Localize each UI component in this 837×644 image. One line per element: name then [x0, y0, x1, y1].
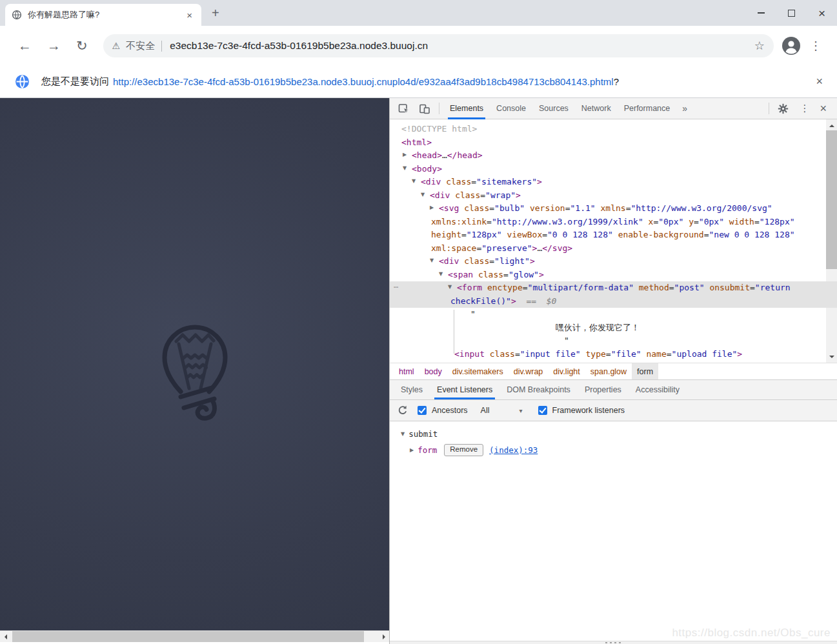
vertical-scrollbar-thumb[interactable]: [826, 130, 837, 269]
security-label[interactable]: 不安全: [126, 40, 155, 52]
collapse-arrow-icon[interactable]: ▼: [403, 162, 407, 176]
tab-close-icon[interactable]: ×: [184, 9, 195, 21]
sidebar-tab-accessibility[interactable]: Accessibility: [629, 380, 687, 399]
collapse-arrow-icon[interactable]: ▼: [430, 255, 434, 268]
refresh-icon[interactable]: [396, 405, 412, 416]
code-line[interactable]: ⋯▼<form enctype="multipart/form-data" me…: [390, 281, 837, 295]
sidebar-tab-styles[interactable]: Styles: [394, 380, 430, 399]
toolbar-divider: [769, 103, 769, 114]
address-bar[interactable]: ⚠ 不安全 e3ecb13e-7c3e-4fcd-a53b-01619b5be2…: [103, 34, 774, 57]
infobar-globe-icon: [15, 75, 29, 88]
collapse-arrow-icon[interactable]: ▼: [412, 176, 416, 189]
code-line[interactable]: <!DOCTYPE html>: [390, 123, 826, 136]
bookmark-star-icon[interactable]: ☆: [754, 39, 765, 53]
code-line[interactable]: ▶<svg class="bulb" version="1.1" xmlns="…: [390, 202, 826, 216]
reload-button[interactable]: ↻: [68, 38, 96, 54]
infobar: 您是不是要访问 http://e3ecb13e-7c3e-4fcd-a53b-0…: [0, 66, 837, 98]
breadcrumb-form[interactable]: form: [632, 363, 658, 379]
tab-favicon-globe-icon: [12, 10, 22, 20]
code-line[interactable]: ": [390, 308, 826, 321]
code-line[interactable]: ▶<head>…</head>: [390, 149, 826, 163]
close-window-button[interactable]: ×: [807, 0, 837, 26]
profile-avatar-icon[interactable]: [782, 36, 801, 55]
close-icon: ×: [818, 7, 825, 19]
code-line[interactable]: 嘿伙计，你发现它了！: [390, 321, 826, 335]
devtools-close-icon[interactable]: ×: [816, 102, 833, 116]
code-line[interactable]: ▼<div class="wrap">: [390, 189, 826, 203]
new-tab-button[interactable]: +: [212, 6, 219, 21]
devtools-tab-performance[interactable]: Performance: [618, 98, 677, 119]
devtools-tab-elements[interactable]: Elements: [443, 98, 490, 119]
sidebar-tab-dom-breakpoints[interactable]: DOM Breakpoints: [499, 380, 578, 399]
devtools-tab-sources[interactable]: Sources: [532, 98, 575, 119]
event-listeners-toolbar: Ancestors All ▾ Framework listeners: [390, 400, 837, 421]
settings-gear-icon[interactable]: [773, 103, 793, 114]
listener-event-row[interactable]: ▼ submit: [390, 427, 837, 441]
listener-handler-row[interactable]: ▶ form Remove (index):93: [390, 443, 837, 457]
code-line[interactable]: xmlns:xlink="http://www.w3.org/1999/xlin…: [390, 216, 826, 229]
code-line[interactable]: ": [390, 334, 826, 348]
listener-source-link[interactable]: (index):93: [489, 445, 538, 455]
scroll-up-arrow[interactable]: [826, 121, 837, 130]
inspect-element-icon[interactable]: [394, 103, 414, 114]
horizontal-scrollbar[interactable]: [0, 630, 389, 642]
breadcrumb-html[interactable]: html: [394, 363, 419, 379]
code-line[interactable]: ▼<div class="light">: [390, 255, 826, 268]
sidebar-tab-event-listeners[interactable]: Event Listeners: [430, 380, 499, 399]
expand-arrow-icon[interactable]: ▶: [430, 202, 434, 216]
collapse-arrow-icon[interactable]: ▼: [448, 281, 452, 295]
scroll-down-arrow[interactable]: [826, 352, 837, 361]
more-tabs-icon[interactable]: »: [676, 103, 693, 114]
devtools-tab-network[interactable]: Network: [575, 98, 618, 119]
event-filter-select[interactable]: All: [481, 406, 490, 415]
code-line[interactable]: ▼<span class="glow">: [390, 268, 826, 282]
infobar-close-icon[interactable]: ×: [808, 75, 831, 88]
node-options-dots-icon[interactable]: ⋯: [394, 281, 399, 294]
sidebar-tab-properties[interactable]: Properties: [578, 380, 629, 399]
code-line[interactable]: <input class="input file" type="file" na…: [390, 348, 826, 361]
resize-grip[interactable]: [605, 642, 622, 643]
ancestors-checkbox[interactable]: [418, 406, 427, 415]
code-line[interactable]: xml:space="preserve">…</svg>: [390, 242, 826, 256]
horizontal-scrollbar-thumb[interactable]: [12, 631, 364, 642]
code-line[interactable]: ▼<div class="sitemakers">: [390, 176, 826, 189]
toolbar-divider: [439, 103, 439, 114]
scroll-left-arrow[interactable]: [0, 631, 11, 642]
elements-vertical-scrollbar[interactable]: [826, 119, 837, 363]
code-line[interactable]: height="128px" viewBox="0 0 128 128" ena…: [390, 228, 826, 242]
scroll-right-arrow[interactable]: [378, 631, 389, 642]
browser-menu-icon[interactable]: ⋮: [801, 39, 831, 53]
listener-node-name: form: [418, 445, 437, 455]
breadcrumb-span-glow[interactable]: span.glow: [585, 363, 632, 379]
devtools-main-toolbar: ElementsConsoleSourcesNetworkPerformance…: [390, 98, 837, 119]
url-text[interactable]: e3ecb13e-7c3e-4fcd-a53b-01619b5be23a.nod…: [170, 40, 749, 52]
breadcrumb-div-light[interactable]: div.light: [548, 363, 585, 379]
expand-arrow-icon[interactable]: ▶: [403, 149, 407, 163]
minimize-button[interactable]: [746, 0, 776, 26]
devtools-tab-console[interactable]: Console: [490, 98, 532, 119]
back-button[interactable]: ←: [10, 38, 39, 54]
browser-tab[interactable]: 你有解题思路了嘛? ×: [5, 4, 201, 26]
maximize-button[interactable]: [776, 0, 807, 26]
framework-listeners-checkbox[interactable]: [538, 406, 547, 415]
infobar-suggested-url-link[interactable]: http://e3ecb13e-7c3e-4fcd-a53b-01619b5be…: [113, 76, 614, 87]
breadcrumb-div-wrap[interactable]: div.wrap: [509, 363, 549, 379]
remove-listener-button[interactable]: Remove: [444, 444, 483, 457]
insecure-warning-icon[interactable]: ⚠: [112, 41, 121, 51]
code-line[interactable]: checkFile()"> == $0: [390, 295, 837, 308]
device-toolbar-icon[interactable]: [414, 103, 435, 114]
collapse-arrow-icon[interactable]: ▼: [401, 431, 405, 437]
code-line[interactable]: ▼<body>: [390, 163, 826, 176]
breadcrumb-body[interactable]: body: [419, 363, 447, 379]
breadcrumb-div-sitemakers[interactable]: div.sitemakers: [447, 363, 509, 379]
devtools-menu-icon[interactable]: ⋮: [793, 103, 816, 114]
dom-breadcrumbs: htmlbodydiv.sitemakersdiv.wrapdiv.lights…: [390, 363, 837, 379]
web-page-viewport: [0, 98, 389, 644]
collapse-arrow-icon[interactable]: ▼: [421, 188, 425, 202]
tab-title: 你有解题思路了嘛?: [28, 9, 184, 21]
dropdown-arrow-icon[interactable]: ▾: [519, 407, 523, 414]
collapse-arrow-icon[interactable]: ▼: [439, 268, 443, 281]
expand-arrow-icon[interactable]: ▶: [410, 447, 414, 453]
code-line[interactable]: <html>: [390, 136, 826, 150]
forward-button[interactable]: →: [39, 38, 68, 54]
